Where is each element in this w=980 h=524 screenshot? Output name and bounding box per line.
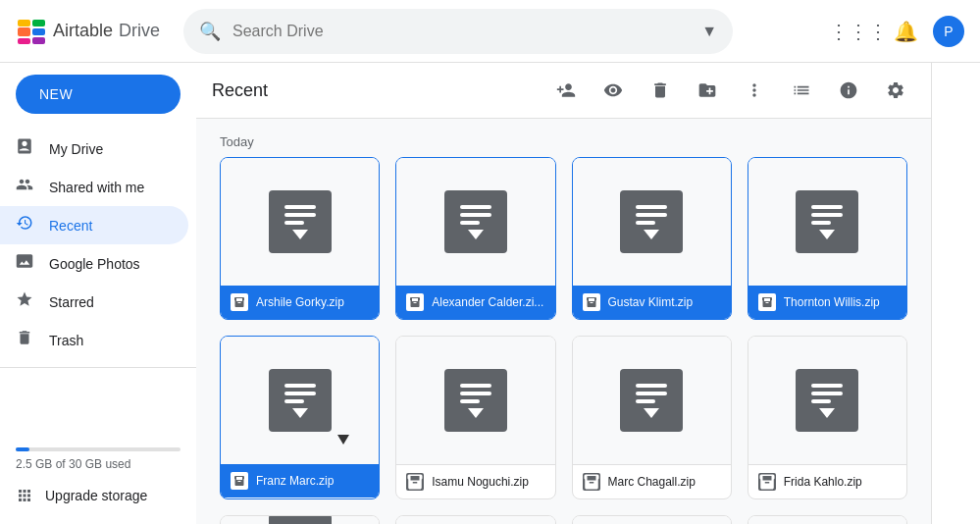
logo-area[interactable]: Airtable Drive xyxy=(16,16,160,47)
recent-icon xyxy=(16,214,33,236)
icon-arrow xyxy=(468,408,484,418)
more-options-button[interactable] xyxy=(735,71,774,110)
file-card-7[interactable]: Marc Chagall.zip xyxy=(572,336,732,499)
upgrade-icon xyxy=(16,487,33,504)
file-name-7: Marc Chagall.zip xyxy=(608,475,696,489)
sidebar-item-my-drive[interactable]: My Drive xyxy=(0,130,188,168)
file-preview-1 xyxy=(221,158,379,286)
svg-rect-1 xyxy=(18,20,30,26)
icon-line-short xyxy=(460,221,480,225)
icon-arrow xyxy=(644,230,659,239)
sidebar-divider xyxy=(0,367,196,368)
icon-arrow xyxy=(292,408,308,418)
files-content: Today xyxy=(196,119,931,524)
icon-line-short xyxy=(811,399,831,403)
file-icon-large-3 xyxy=(620,190,683,253)
svg-rect-3 xyxy=(32,28,45,35)
icon-line xyxy=(636,213,667,217)
sidebar-item-photos[interactable]: Google Photos xyxy=(0,244,188,283)
app-title: Airtable xyxy=(53,21,113,41)
svg-rect-4 xyxy=(18,38,30,44)
sidebar-item-starred[interactable]: Starred xyxy=(0,283,188,321)
sidebar-item-trash[interactable]: Trash xyxy=(0,321,188,359)
file-card-5[interactable]: Franz Marc.zip xyxy=(220,336,380,499)
sidebar-item-photos-label: Google Photos xyxy=(49,256,140,272)
new-button[interactable]: NEW xyxy=(16,75,181,114)
icon-line xyxy=(284,213,316,217)
file-label-plain-8: Frida Kahlo.zip xyxy=(748,464,906,498)
file-card-11[interactable] xyxy=(572,515,732,524)
file-preview-4 xyxy=(748,158,906,286)
file-type-icon-8 xyxy=(758,473,776,491)
content-area: Recent xyxy=(196,63,931,524)
icon-arrow xyxy=(644,408,659,418)
upgrade-storage-button[interactable]: Upgrade storage xyxy=(0,479,188,512)
sidebar-item-shared-label: Shared with me xyxy=(49,180,144,195)
sidebar-item-my-drive-label: My Drive xyxy=(49,141,103,157)
file-label-bar-4: Thornton Willis.zip xyxy=(748,286,906,319)
new-folder-button[interactable] xyxy=(688,71,727,110)
delete-button[interactable] xyxy=(641,71,680,110)
upgrade-label: Upgrade storage xyxy=(45,488,147,503)
search-dropdown-icon[interactable]: ▼ xyxy=(701,23,717,40)
file-name-1: Arshile Gorky.zip xyxy=(256,295,344,309)
file-type-icon-6 xyxy=(406,473,424,491)
file-name-4: Thornton Willis.zip xyxy=(784,295,880,309)
file-card-9[interactable] xyxy=(220,515,380,524)
icon-line xyxy=(811,392,843,395)
search-bar[interactable]: 🔍 ▼ xyxy=(183,9,733,54)
file-preview-9 xyxy=(221,516,379,524)
file-label-bar-2: Alexander Calder.zi... xyxy=(396,286,554,319)
icon-line xyxy=(636,205,667,209)
file-icon-large-2 xyxy=(444,190,507,253)
file-card-8[interactable]: Frida Kahlo.zip xyxy=(748,336,907,499)
settings-button[interactable] xyxy=(876,71,915,110)
file-label-bar-1: Arshile Gorky.zip xyxy=(221,286,379,319)
icon-arrow xyxy=(292,230,308,239)
file-card-12[interactable] xyxy=(748,515,907,524)
preview-button[interactable] xyxy=(593,71,633,110)
icon-line-short xyxy=(636,399,655,403)
apps-icon-btn[interactable]: ⋮⋮⋮ xyxy=(839,12,878,51)
avatar[interactable]: P xyxy=(933,16,964,47)
notifications-icon-btn[interactable]: 🔔 xyxy=(886,12,925,51)
icon-line xyxy=(811,205,843,209)
section-today-label: Today xyxy=(220,127,907,157)
search-input[interactable] xyxy=(232,23,690,40)
app-subtitle: Drive xyxy=(119,21,160,41)
file-preview-3 xyxy=(573,158,731,286)
logo-icon xyxy=(16,16,47,47)
sidebar: NEW My Drive Shared with me Recent xyxy=(0,63,196,524)
file-card-2[interactable]: Alexander Calder.zi... xyxy=(395,157,555,320)
files-grid-row3 xyxy=(220,515,907,524)
storage-bar-bg xyxy=(16,447,181,451)
file-card-1[interactable]: Arshile Gorky.zip xyxy=(220,157,380,320)
sidebar-item-trash-label: Trash xyxy=(49,333,83,348)
list-view-button[interactable] xyxy=(782,71,821,110)
file-card-4[interactable]: Thornton Willis.zip xyxy=(748,157,907,320)
file-card-6[interactable]: Isamu Noguchi.zip xyxy=(395,336,555,499)
icon-line xyxy=(460,392,491,395)
info-button[interactable] xyxy=(829,71,868,110)
file-card-3[interactable]: Gustav Klimt.zip xyxy=(572,157,732,320)
icon-line-short xyxy=(460,399,480,403)
icon-line xyxy=(284,205,316,209)
icon-line xyxy=(460,213,491,217)
svg-rect-0 xyxy=(18,27,30,36)
cursor-indicator xyxy=(337,435,349,445)
file-name-2: Alexander Calder.zi... xyxy=(432,295,543,309)
file-type-icon-2 xyxy=(406,293,424,311)
file-type-icon-1 xyxy=(231,293,248,311)
trash-icon xyxy=(16,329,33,351)
file-name-3: Gustav Klimt.zip xyxy=(608,295,694,309)
add-person-button[interactable] xyxy=(546,71,586,110)
file-type-icon-7 xyxy=(583,473,600,491)
sidebar-item-recent[interactable]: Recent xyxy=(0,206,188,244)
files-grid-row1: Arshile Gorky.zip xyxy=(220,157,907,320)
icon-line-short xyxy=(811,221,831,225)
file-type-icon-4 xyxy=(758,293,776,311)
file-card-10[interactable] xyxy=(395,515,555,524)
file-preview-7 xyxy=(573,337,731,464)
icon-arrow xyxy=(819,408,835,418)
sidebar-item-shared[interactable]: Shared with me xyxy=(0,168,188,206)
